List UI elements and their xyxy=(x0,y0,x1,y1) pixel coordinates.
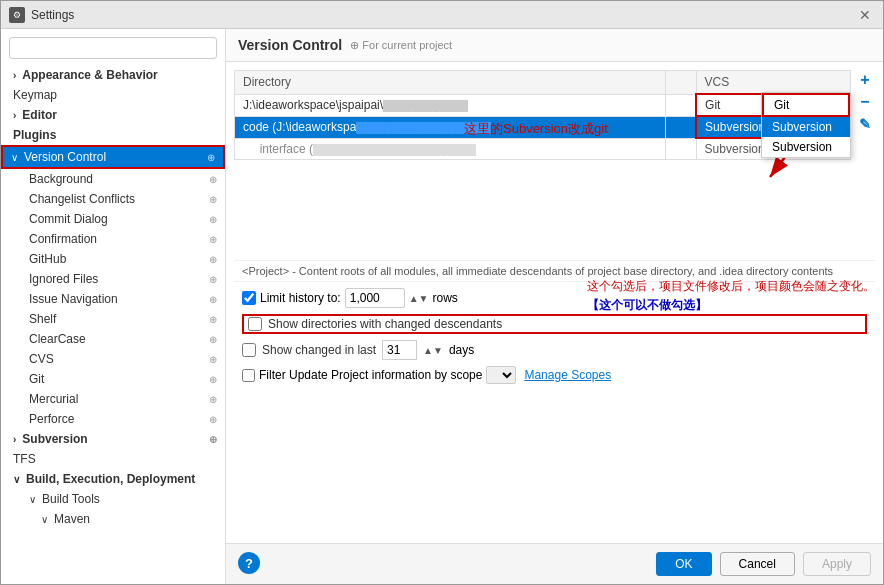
cell-empty xyxy=(665,116,696,138)
cell-empty xyxy=(665,94,696,116)
sidebar-label: Maven xyxy=(54,512,90,526)
show-changed-checkbox[interactable] xyxy=(242,343,256,357)
sync-icon: ⊕ xyxy=(209,314,217,325)
right-panel: Version Control ⊕ For current project Di… xyxy=(226,29,883,584)
arrow-icon: ∨ xyxy=(41,514,48,525)
sidebar-label: Issue Navigation xyxy=(29,292,118,306)
sidebar-item-keymap[interactable]: Keymap xyxy=(1,85,225,105)
sidebar-item-plugins[interactable]: Plugins xyxy=(1,125,225,145)
panel-subtitle: ⊕ For current project xyxy=(350,39,452,52)
sidebar-label: TFS xyxy=(13,452,36,466)
limit-rows-stepper[interactable]: ▲▼ xyxy=(409,293,429,304)
sidebar-item-cvs[interactable]: CVS ⊕ xyxy=(1,349,225,369)
vcs-option-subversion-selected[interactable]: Subversion xyxy=(762,117,850,137)
limit-history-value[interactable] xyxy=(345,288,405,308)
settings-window: ⚙ Settings ✕ › Appearance & Behavior Key… xyxy=(0,0,884,585)
window-title: Settings xyxy=(31,8,74,22)
sync-icon: ⊕ xyxy=(209,394,217,405)
sidebar-item-subversion[interactable]: › Subversion ⊕ xyxy=(1,429,225,449)
days-stepper[interactable]: ▲▼ xyxy=(423,345,443,356)
show-changed-label: Show changed in last xyxy=(262,343,376,357)
sidebar-item-maven[interactable]: ∨ Maven xyxy=(1,509,225,529)
remove-entry-button[interactable]: − xyxy=(855,92,875,112)
sidebar-item-github[interactable]: GitHub ⊕ xyxy=(1,249,225,269)
apply-button[interactable]: Apply xyxy=(803,552,871,576)
filter-scope-select[interactable] xyxy=(486,366,516,384)
annotation-text: 这里的Subversion改成git xyxy=(464,120,608,138)
sync-icon: ⊕ xyxy=(209,174,217,185)
sidebar-label: GitHub xyxy=(29,252,66,266)
sync-icon: ⊕ xyxy=(209,434,217,445)
sync-icon: ⊕ xyxy=(209,234,217,245)
sidebar-label: Git xyxy=(29,372,44,386)
titlebar: ⚙ Settings ✕ xyxy=(1,1,883,29)
sidebar: › Appearance & Behavior Keymap › Editor … xyxy=(1,29,226,584)
close-button[interactable]: ✕ xyxy=(855,5,875,25)
sidebar-item-confirmation[interactable]: Confirmation ⊕ xyxy=(1,229,225,249)
search-box xyxy=(9,37,217,59)
sidebar-label: Build, Execution, Deployment xyxy=(26,472,195,486)
sidebar-label: Build Tools xyxy=(42,492,100,506)
sidebar-label: Appearance & Behavior xyxy=(22,68,157,82)
sidebar-label: Keymap xyxy=(13,88,57,102)
sidebar-label: Subversion xyxy=(22,432,87,446)
sidebar-item-build-execution[interactable]: ∨ Build, Execution, Deployment xyxy=(1,469,225,489)
show-changed-value[interactable] xyxy=(382,340,417,360)
sidebar-item-changelist[interactable]: Changelist Conflicts ⊕ xyxy=(1,189,225,209)
vcs-option-git[interactable]: Git xyxy=(762,93,850,117)
manage-scopes-link[interactable]: Manage Scopes xyxy=(524,368,611,382)
edit-entry-button[interactable]: ✎ xyxy=(855,114,875,134)
sidebar-item-appearance[interactable]: › Appearance & Behavior xyxy=(1,65,225,85)
arrow-icon: › xyxy=(13,70,16,81)
sidebar-item-build-tools[interactable]: ∨ Build Tools xyxy=(1,489,225,509)
sidebar-item-clearcase[interactable]: ClearCase ⊕ xyxy=(1,329,225,349)
filter-update-checkbox[interactable] xyxy=(242,369,255,382)
cell-directory: interface (███████████████████████ xyxy=(235,138,666,160)
sidebar-item-commit-dialog[interactable]: Commit Dialog ⊕ xyxy=(1,209,225,229)
col-empty xyxy=(665,71,696,95)
col-vcs: VCS xyxy=(696,71,850,95)
arrow-icon: ∨ xyxy=(11,152,18,163)
limit-history-checkbox[interactable] xyxy=(242,291,256,305)
cancel-button[interactable]: Cancel xyxy=(720,552,795,576)
cell-directory: J:\ideaworkspace\jspaipai\████████████ xyxy=(235,94,666,116)
cell-empty xyxy=(665,138,696,160)
show-directories-label: Show directories with changed descendant… xyxy=(268,317,502,331)
sidebar-item-editor[interactable]: › Editor xyxy=(1,105,225,125)
arrow-icon: ∨ xyxy=(13,474,20,485)
options-area: Limit history to: ▲▼ rows Show directori… xyxy=(234,281,875,390)
sync-icon: ⊕ xyxy=(209,374,217,385)
vcs-dropdown: Git Subversion Subversion xyxy=(761,92,851,158)
sidebar-item-ignored-files[interactable]: Ignored Files ⊕ xyxy=(1,269,225,289)
sync-icon: ⊕ xyxy=(209,274,217,285)
days-unit: days xyxy=(449,343,474,357)
sidebar-item-git[interactable]: Git ⊕ xyxy=(1,369,225,389)
directory-table-wrapper: Directory VCS J:\ideaworkspace\jspaipai\… xyxy=(234,70,875,160)
arrow-icon: › xyxy=(13,110,16,121)
sidebar-item-tfs[interactable]: TFS xyxy=(1,449,225,469)
sync-icon: ⊕ xyxy=(209,254,217,265)
show-directories-checkbox[interactable] xyxy=(248,317,262,331)
sync-icon: ⊕ xyxy=(209,294,217,305)
sidebar-label: Changelist Conflicts xyxy=(29,192,135,206)
help-icon[interactable]: ? xyxy=(238,552,260,574)
sync-icon: ⊕ xyxy=(209,214,217,225)
sidebar-item-mercurial[interactable]: Mercurial ⊕ xyxy=(1,389,225,409)
sidebar-item-background[interactable]: Background ⊕ xyxy=(1,169,225,189)
sidebar-item-version-control[interactable]: ∨ Version Control ⊕ xyxy=(1,145,225,169)
sidebar-item-shelf[interactable]: Shelf ⊕ xyxy=(1,309,225,329)
sidebar-label: Version Control xyxy=(24,150,106,164)
sync-icon: ⊕ xyxy=(209,414,217,425)
search-input[interactable] xyxy=(9,37,217,59)
window-controls: ✕ xyxy=(855,5,875,25)
show-directories-row: Show directories with changed descendant… xyxy=(242,314,867,334)
sidebar-label: Mercurial xyxy=(29,392,78,406)
main-content: › Appearance & Behavior Keymap › Editor … xyxy=(1,29,883,584)
sync-icon: ⊕ xyxy=(209,194,217,205)
vcs-option-subversion2[interactable]: Subversion xyxy=(762,137,850,157)
sidebar-item-issue-navigation[interactable]: Issue Navigation ⊕ xyxy=(1,289,225,309)
add-entry-button[interactable]: + xyxy=(855,70,875,90)
ok-button[interactable]: OK xyxy=(656,552,711,576)
sidebar-item-perforce[interactable]: Perforce ⊕ xyxy=(1,409,225,429)
sidebar-label: Shelf xyxy=(29,312,56,326)
